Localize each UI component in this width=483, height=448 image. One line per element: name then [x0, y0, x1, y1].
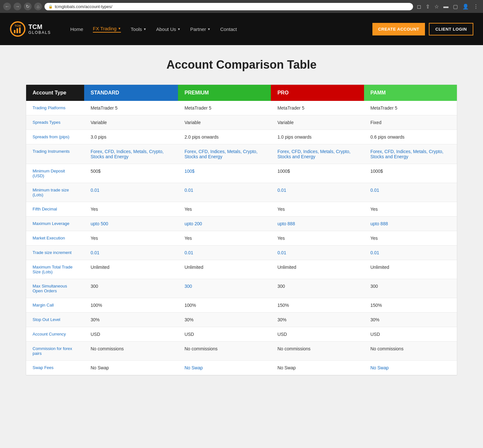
about-chevron: ▼	[177, 27, 181, 31]
comparison-table-wrapper: Account Type STANDARD PREMIUM PRO PAMM T…	[26, 84, 457, 375]
nav-about-us[interactable]: About Us ▼	[156, 26, 181, 32]
table-row: Max Simultaneous Open Orders300300300300	[26, 279, 457, 298]
home-button[interactable]: ⌂	[34, 3, 42, 10]
cell-standard: 500$	[84, 164, 178, 183]
cell-pamm: Yes	[364, 231, 457, 246]
cell-premium: Forex, CFD, Indices, Metals, Crypto, Sto…	[178, 144, 271, 164]
cell-pamm: USD	[364, 327, 457, 342]
cell-standard: 100%	[84, 298, 178, 313]
url-text: tcmglobals.com/account-types/	[55, 4, 112, 9]
forward-button[interactable]: →	[14, 3, 21, 10]
table-row: Account CurrencyUSDUSDUSDUSD	[26, 327, 457, 342]
nav-buttons: CREATE ACCOUNT CLIENT LOGIN	[372, 23, 473, 35]
cell-pro: Variable	[271, 115, 364, 130]
cell-pamm: 150%	[364, 298, 457, 313]
cell-standard: 300	[84, 279, 178, 298]
cell-pamm: 30%	[364, 313, 457, 327]
th-pamm: PAMM	[364, 85, 457, 101]
star-button[interactable]: ☆	[433, 3, 440, 10]
cell-label: Spreads Types	[26, 115, 84, 130]
table-row: Maximum Total Trade Size (Lots)Unlimited…	[26, 260, 457, 279]
cell-label: Market Execution	[26, 231, 84, 246]
cell-premium: USD	[178, 327, 271, 342]
extensions-button[interactable]: ◻	[416, 3, 422, 10]
cell-pro: Unlimited	[271, 260, 364, 279]
profile-button[interactable]: 👤	[461, 3, 470, 10]
cell-label: Fifth Decimal	[26, 202, 84, 217]
cell-standard: Forex, CFD, Indices, Metals, Crypto, Sto…	[84, 144, 178, 164]
cell-pro: 1000$	[271, 164, 364, 183]
cell-pamm: Yes	[364, 202, 457, 217]
lock-icon: 🔒	[48, 5, 53, 9]
table-row: Trade size increment0.010.010.010.01	[26, 246, 457, 260]
cell-label: Trading Platforms	[26, 101, 84, 115]
table-row: Minimum trade size (Lots)0.010.010.010.0…	[26, 183, 457, 202]
cell-pro: 30%	[271, 313, 364, 327]
nav-partner[interactable]: Partner ▼	[190, 26, 211, 32]
cell-premium: 100%	[178, 298, 271, 313]
cell-standard: 0.01	[84, 183, 178, 202]
cell-premium: Yes	[178, 202, 271, 217]
cell-premium: No commissions	[178, 342, 271, 361]
nav-contact[interactable]: Contact	[220, 26, 237, 32]
cell-standard: MetaTrader 5	[84, 101, 178, 115]
cell-pro: 0.01	[271, 183, 364, 202]
th-standard: STANDARD	[84, 85, 178, 101]
cell-pro: upto 888	[271, 217, 364, 231]
svg-rect-5	[19, 27, 21, 33]
table-row: Market ExecutionYesYesYesYes	[26, 231, 457, 246]
th-premium: PREMIUM	[178, 85, 271, 101]
th-pro: PRO	[271, 85, 364, 101]
cell-pamm: No commissions	[364, 342, 457, 361]
svg-text:TCM: TCM	[15, 24, 21, 27]
cell-pro: Forex, CFD, Indices, Metals, Crypto, Sto…	[271, 144, 364, 164]
share-button[interactable]: ⇪	[424, 3, 431, 10]
cell-label: Maximum Leverage	[26, 217, 84, 231]
logo-area: TCM TCM GLOBALS	[10, 21, 51, 37]
table-header-row: Account Type STANDARD PREMIUM PRO PAMM	[26, 85, 457, 101]
nav-links: Home FX Trading ▼ Tools ▼ About Us ▼ Par…	[70, 26, 372, 33]
cell-premium: 2.0 pips onwards	[178, 130, 271, 144]
cell-pamm: 0.01	[364, 246, 457, 260]
navbar: TCM TCM GLOBALS Home FX Trading ▼ Tools …	[0, 13, 483, 45]
cell-standard: upto 500	[84, 217, 178, 231]
table-row: Trading InstrumentsForex, CFD, Indices, …	[26, 144, 457, 164]
cell-premium: Unlimited	[178, 260, 271, 279]
fx-trading-chevron: ▼	[118, 27, 121, 30]
table-row: Trading PlatformsMetaTrader 5MetaTrader …	[26, 101, 457, 115]
window-button[interactable]: ▢	[452, 3, 459, 10]
nav-home[interactable]: Home	[70, 26, 83, 32]
cell-pro: Yes	[271, 231, 364, 246]
cell-pamm: Fixed	[364, 115, 457, 130]
partner-chevron: ▼	[207, 27, 211, 31]
table-row: Swap FeesNo SwapNo SwapNo SwapNo Swap	[26, 361, 457, 375]
back-button[interactable]: ←	[3, 3, 11, 10]
address-bar[interactable]: 🔒 tcmglobals.com/account-types/	[44, 3, 413, 10]
svg-rect-4	[16, 28, 18, 33]
cell-label: Stop Out Level	[26, 313, 84, 327]
cell-premium: Variable	[178, 115, 271, 130]
menu-button[interactable]: ⋮	[472, 3, 480, 10]
cell-premium: 30%	[178, 313, 271, 327]
nav-tools[interactable]: Tools ▼	[131, 26, 146, 32]
cell-pamm: 1000$	[364, 164, 457, 183]
cell-standard: USD	[84, 327, 178, 342]
table-row: Minimum Deposit (USD)500$100$1000$1000$	[26, 164, 457, 183]
table-row: Commission for forex pairsNo commissions…	[26, 342, 457, 361]
client-login-button[interactable]: CLIENT LOGIN	[429, 23, 473, 35]
cell-label: Trading Instruments	[26, 144, 84, 164]
tools-chevron: ▼	[143, 27, 146, 31]
cell-pro: No Swap	[271, 361, 364, 375]
cell-pamm: 300	[364, 279, 457, 298]
browser-chrome: ← → ↻ ⌂ 🔒 tcmglobals.com/account-types/ …	[0, 0, 483, 13]
cell-label: Trade size increment	[26, 246, 84, 260]
cell-pro: USD	[271, 327, 364, 342]
nav-fx-trading[interactable]: FX Trading ▼	[93, 26, 121, 33]
refresh-button[interactable]: ↻	[24, 3, 32, 10]
cell-standard: 0.01	[84, 246, 178, 260]
puzzle-button[interactable]: ▬	[442, 3, 450, 10]
cell-premium: Yes	[178, 231, 271, 246]
create-account-button[interactable]: CREATE ACCOUNT	[372, 23, 425, 35]
cell-premium: MetaTrader 5	[178, 101, 271, 115]
cell-label: Minimum Deposit (USD)	[26, 164, 84, 183]
